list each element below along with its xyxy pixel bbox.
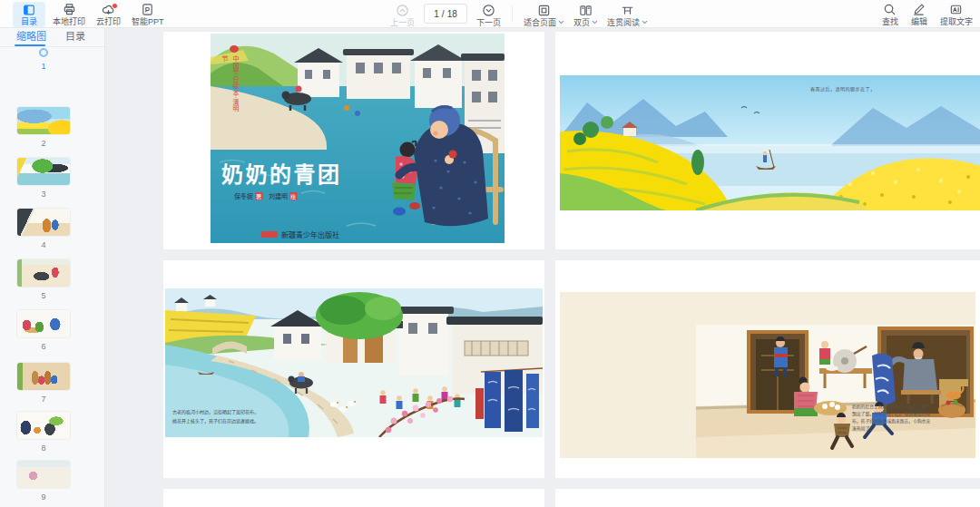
thumbnail-number: 2: [41, 139, 45, 148]
courtyard-illustration: 奶奶的灶台上熬着甜甜的豆沙馅儿，香气 飘出了窗。爷爷坐在门口，整理着蓝印花 布，…: [560, 292, 975, 458]
thumbnail-page-6[interactable]: 6: [0, 310, 87, 351]
thumbnail-image: [17, 363, 70, 390]
series-stamp-icon: [230, 45, 239, 53]
page-caption-line2: 飘出了窗。爷爷坐在门口，整理着蓝印花: [852, 411, 931, 417]
next-page-icon: [482, 4, 495, 17]
find-button[interactable]: 查找: [882, 0, 898, 26]
thumbnail-selected-frame: [39, 48, 48, 57]
page-2-spread: 春雨过后，清明的脚步近了，: [555, 32, 980, 249]
search-icon: [883, 3, 897, 16]
thumbnail-number: 6: [41, 342, 45, 351]
chevron-down-icon: [592, 19, 598, 25]
page-caption-line1: 奶奶的灶台上熬着甜甜的豆沙馅儿，香气: [852, 404, 931, 410]
fit-page-icon: [537, 4, 551, 17]
next-page-button[interactable]: 下一页: [476, 1, 501, 27]
extract-text-label: 提取文字: [940, 17, 973, 26]
thumbnail-image: [17, 259, 70, 287]
prev-page-icon: [396, 4, 409, 17]
continuous-reading-icon: [621, 4, 634, 17]
chevron-down-icon: [642, 19, 648, 25]
thumbnail-page-1[interactable]: 1: [0, 48, 87, 71]
continuous-reading-dropdown[interactable]: 连贯阅读: [607, 1, 648, 27]
sidebar-tabs: 缩略图 目录: [0, 27, 104, 47]
thumbnail-page-7[interactable]: 7: [0, 363, 87, 404]
page-number-input[interactable]: 1 / 18: [424, 4, 467, 24]
page-caption-line1: 古老的临河小村边，沿街晒起了蓝印花布，: [172, 409, 259, 415]
local-print-button[interactable]: 本地打印: [53, 0, 85, 26]
thumbnail-page-9[interactable]: 9: [0, 461, 87, 502]
edit-label: 编辑: [911, 17, 927, 26]
thumbnail-page-5[interactable]: 5: [0, 259, 87, 300]
find-label: 查找: [882, 17, 898, 26]
extract-text-icon: [949, 3, 963, 16]
thumbnail-number: 9: [41, 492, 45, 502]
printer-icon: [63, 3, 76, 16]
author-name: 保冬妮: [234, 192, 253, 200]
thumbnail-number: 3: [41, 190, 45, 199]
toolbar-divider: [512, 5, 513, 22]
page-caption-line4: 凑热闹了。: [852, 425, 874, 432]
chevron-down-icon: [558, 19, 564, 25]
catalog-toggle-button[interactable]: 目录: [13, 2, 45, 27]
catalog-toggle-label: 目录: [21, 17, 37, 26]
page-caption-line2: 桃花开上枝头了，孩子们在岸边追逐嬉戏。: [172, 418, 259, 424]
thumbnail-page-4[interactable]: 4: [0, 209, 87, 249]
prev-page-label: 上一页: [390, 18, 415, 27]
catalog-panel-icon: [23, 4, 35, 16]
top-toolbar: 目录 本地打印 云打印 智能PPT 上一页: [0, 0, 980, 28]
thumbnail-number: 4: [41, 240, 45, 249]
double-page-icon: [579, 4, 593, 17]
author-role-seal: 著: [256, 193, 261, 200]
document-viewport: 奶奶的青团 保冬妮 著 刘建明 绘 新疆青少年出版社 中国节日绘本·清明节: [105, 27, 980, 507]
active-tab-underline: [15, 44, 45, 46]
landscape-illustration: 春雨过后，清明的脚步近了，: [560, 75, 980, 210]
thumbnail-image: [17, 310, 70, 337]
thumbnail-page-3[interactable]: 3: [0, 158, 87, 199]
publisher-logo: [261, 231, 278, 238]
smart-ppt-button[interactable]: 智能PPT: [132, 0, 164, 26]
document-icon: [141, 3, 154, 16]
thumbnail-number: 5: [41, 291, 45, 300]
next-page-label: 下一页: [476, 18, 501, 27]
water-town-illustration: 古老的临河小村边，沿街晒起了蓝印花布， 桃花开上枝头了，孩子们在岸边追逐嬉戏。: [165, 288, 543, 437]
notification-dot: [113, 4, 117, 8]
page-3-spread: 古老的临河小村边，沿街晒起了蓝印花布， 桃花开上枝头了，孩子们在岸边追逐嬉戏。: [163, 260, 544, 478]
thumbnail-page-8[interactable]: 8: [0, 412, 87, 453]
thumbnail-sidebar: 缩略图 目录 1 2 3 4 5 6 7 8 9: [0, 27, 105, 507]
page-caption-line3: 布，孩子们闻着香味跑来跑去，小狗也来: [852, 418, 931, 424]
thumbnail-image: [17, 209, 70, 236]
thumbnail-image: [17, 158, 70, 185]
thumbnail-image: [17, 461, 70, 488]
pencil-icon: [912, 3, 926, 16]
illustrator-name: 刘建明: [269, 192, 288, 200]
double-page-label: 双页: [573, 18, 590, 27]
double-page-dropdown[interactable]: 双页: [573, 1, 598, 27]
page-6-partial: [555, 489, 980, 507]
fit-page-dropdown[interactable]: 适合页面: [524, 1, 564, 27]
thumbnail-number: 7: [41, 395, 45, 404]
page-separator: /: [442, 9, 445, 19]
smart-ppt-label: 智能PPT: [132, 17, 164, 26]
publisher-name: 新疆青少年出版社: [281, 230, 339, 239]
page-caption: 春雨过后，清明的脚步近了，: [810, 86, 876, 93]
total-pages: 18: [447, 9, 457, 19]
page-1-cover: 奶奶的青团 保冬妮 著 刘建明 绘 新疆青少年出版社 中国节日绘本·清明节: [163, 32, 544, 249]
cloud-print-button[interactable]: 云打印: [96, 0, 121, 26]
thumbnail-image: [17, 107, 70, 134]
prev-page-button[interactable]: 上一页: [390, 1, 415, 27]
series-seal: 中国节日绘本·清明节: [230, 55, 240, 119]
cloud-print-label: 云打印: [96, 17, 121, 26]
tab-catalog[interactable]: 目录: [65, 27, 85, 45]
extract-text-button[interactable]: 提取文字: [940, 0, 973, 26]
tab-thumbnails[interactable]: 缩略图: [16, 27, 46, 45]
thumbnail-image: [17, 412, 70, 439]
thumbnail-number: 1: [41, 62, 45, 71]
cover-illustration: 奶奶的青团 保冬妮 著 刘建明 绘 新疆青少年出版社: [211, 34, 505, 243]
page-5-partial: [163, 489, 544, 507]
thumbnail-number: 8: [41, 444, 45, 453]
local-print-label: 本地打印: [53, 17, 85, 26]
illustrator-role-seal: 绘: [290, 193, 296, 200]
edit-button[interactable]: 编辑: [911, 0, 927, 26]
thumbnail-page-2[interactable]: 2: [0, 107, 87, 148]
book-title: 奶奶的青团: [221, 162, 342, 187]
